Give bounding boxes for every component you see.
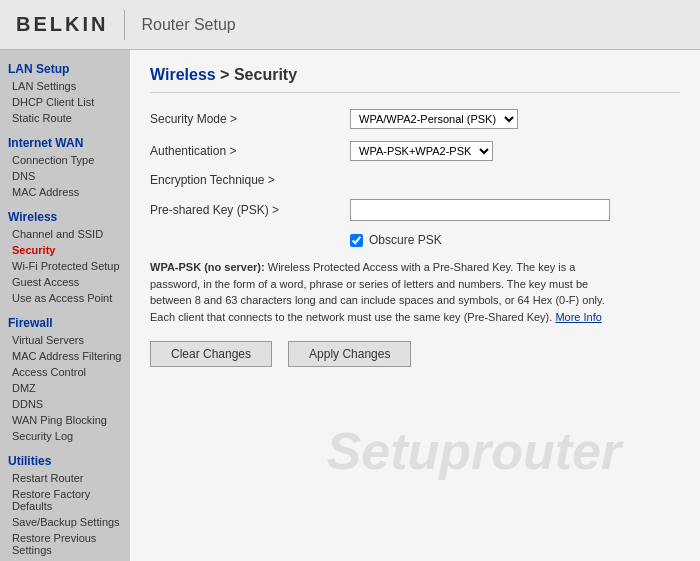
sidebar-item[interactable]: Restore Previous Settings <box>0 530 130 558</box>
breadcrumb-sep: > <box>216 66 234 83</box>
sidebar-item[interactable]: MAC Address <box>0 184 130 200</box>
header-divider <box>124 10 125 40</box>
sidebar-item[interactable]: DMZ <box>0 380 130 396</box>
sidebar-item[interactable]: Security Log <box>0 428 130 444</box>
sidebar-item[interactable]: MAC Address Filtering <box>0 348 130 364</box>
sidebar-item[interactable]: DNS <box>0 168 130 184</box>
watermark: Setuprouter <box>327 421 622 481</box>
security-mode-control: WPA/WPA2-Personal (PSK)WEPWPA-Personal (… <box>350 109 680 129</box>
layout: LAN SetupLAN SettingsDHCP Client ListSta… <box>0 50 700 561</box>
sidebar-section-title: Utilities <box>0 448 130 470</box>
sidebar-item[interactable]: DHCP Client List <box>0 94 130 110</box>
sidebar-item[interactable]: Static Route <box>0 110 130 126</box>
sidebar-item[interactable]: LAN Settings <box>0 78 130 94</box>
clear-changes-button[interactable]: Clear Changes <box>150 341 272 367</box>
sidebar-item[interactable]: Use as Access Point <box>0 290 130 306</box>
more-info-link[interactable]: More Info <box>555 311 601 323</box>
header: BELKIN Router Setup <box>0 0 700 50</box>
breadcrumb-security: Security <box>234 66 297 83</box>
psk-label: Pre-shared Key (PSK) > <box>150 203 350 217</box>
sidebar-section-title: LAN Setup <box>0 56 130 78</box>
obscure-psk-checkbox[interactable] <box>350 234 363 247</box>
obscure-psk-label: Obscure PSK <box>369 233 442 247</box>
sidebar-item[interactable]: Security <box>0 242 130 258</box>
security-mode-select[interactable]: WPA/WPA2-Personal (PSK)WEPWPA-Personal (… <box>350 109 518 129</box>
sidebar-section-title: Firewall <box>0 310 130 332</box>
encryption-row: Encryption Technique > <box>150 173 680 187</box>
sidebar-item[interactable]: Restart Router <box>0 470 130 486</box>
sidebar-item[interactable]: Save/Backup Settings <box>0 514 130 530</box>
description-text: WPA-PSK (no server): Wireless Protected … <box>150 259 610 325</box>
button-row: Clear Changes Apply Changes <box>150 341 680 367</box>
authentication-select[interactable]: WPA-PSK+WPA2-PSKWPA-PSKWPA2-PSK <box>350 141 493 161</box>
sidebar-section-title: Internet WAN <box>0 130 130 152</box>
sidebar-item[interactable]: WAN Ping Blocking <box>0 412 130 428</box>
sidebar-item[interactable]: Virtual Servers <box>0 332 130 348</box>
apply-changes-button[interactable]: Apply Changes <box>288 341 411 367</box>
sidebar: LAN SetupLAN SettingsDHCP Client ListSta… <box>0 50 130 561</box>
sidebar-item[interactable]: Wi-Fi Protected Setup <box>0 258 130 274</box>
sidebar-item[interactable]: DDNS <box>0 396 130 412</box>
psk-control <box>350 199 680 221</box>
obscure-psk-row: Obscure PSK <box>350 233 680 247</box>
main-content: Wireless > Security Security Mode > WPA/… <box>130 50 700 561</box>
sidebar-item[interactable]: Connection Type <box>0 152 130 168</box>
encryption-label: Encryption Technique > <box>150 173 350 187</box>
sidebar-item[interactable]: Guest Access <box>0 274 130 290</box>
sidebar-section-title: Wireless <box>0 204 130 226</box>
page-title: Wireless > Security <box>150 66 680 93</box>
sidebar-item[interactable]: Channel and SSID <box>0 226 130 242</box>
authentication-label: Authentication > <box>150 144 350 158</box>
security-mode-row: Security Mode > WPA/WPA2-Personal (PSK)W… <box>150 109 680 129</box>
description-bold: WPA-PSK (no server): <box>150 261 265 273</box>
authentication-row: Authentication > WPA-PSK+WPA2-PSKWPA-PSK… <box>150 141 680 161</box>
authentication-control: WPA-PSK+WPA2-PSKWPA-PSKWPA2-PSK <box>350 141 680 161</box>
psk-row: Pre-shared Key (PSK) > <box>150 199 680 221</box>
header-title: Router Setup <box>141 16 235 34</box>
brand-logo: BELKIN <box>16 13 108 36</box>
sidebar-item[interactable]: Restore Factory Defaults <box>0 486 130 514</box>
psk-input[interactable] <box>350 199 610 221</box>
breadcrumb-wireless[interactable]: Wireless <box>150 66 216 83</box>
sidebar-item[interactable]: Access Control <box>0 364 130 380</box>
security-mode-label: Security Mode > <box>150 112 350 126</box>
